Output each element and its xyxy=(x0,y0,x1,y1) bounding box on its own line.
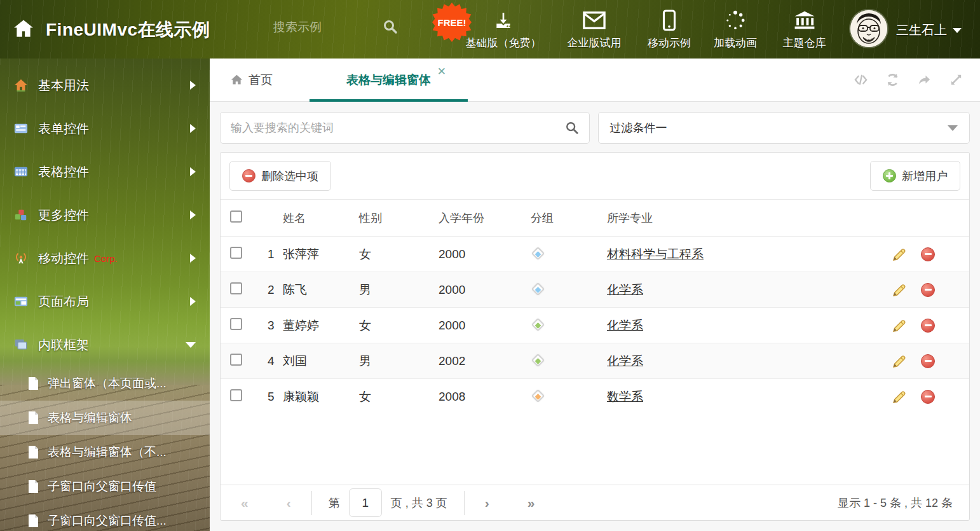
filter-dropdown[interactable]: 过滤条件一 xyxy=(598,112,970,144)
users-table: 姓名 性别 入学年份 分组 所学专业 1 张萍萍 女 2000 xyxy=(221,199,969,414)
group-tag-icon[interactable] xyxy=(531,389,545,402)
chevron-down-icon xyxy=(948,125,958,131)
sidebar-item-grid-controls[interactable]: 表格控件 xyxy=(0,150,210,193)
search-icon[interactable] xyxy=(565,121,579,135)
edit-pencil-icon[interactable] xyxy=(892,247,907,262)
chevron-right-icon xyxy=(190,254,196,263)
sidebar-subitem-child-to-parent[interactable]: 子窗口向父窗口传值 xyxy=(0,469,210,504)
add-user-button[interactable]: 新增用户 xyxy=(870,161,960,191)
tab-home[interactable]: 首页 xyxy=(230,72,273,88)
group-tag-icon[interactable] xyxy=(531,282,545,295)
page-icon xyxy=(28,446,39,459)
nav-basic-edition[interactable]: FREE! 基础版（免费） xyxy=(459,8,548,50)
expand-icon[interactable] xyxy=(949,72,963,87)
page-suffix: 页 , 共 3 页 xyxy=(391,495,447,511)
sidebar-item-page-layout[interactable]: 页面布局 xyxy=(0,280,210,323)
home-logo-icon[interactable] xyxy=(13,18,34,39)
sidebar-subitem-child-to-parent-2[interactable]: 子窗口向父窗口传值... xyxy=(0,504,210,531)
sidebar-item-basic-usage[interactable]: 基本用法 xyxy=(0,64,210,107)
edit-pencil-icon[interactable] xyxy=(892,354,907,369)
table-row: 4 刘国 男 2002 化学系 xyxy=(221,343,969,379)
delete-selected-button[interactable]: 删除选中项 xyxy=(229,161,331,191)
delete-row-icon[interactable] xyxy=(921,319,935,333)
page-icon xyxy=(28,514,39,527)
source-code-icon[interactable] xyxy=(854,72,868,87)
row-checkbox[interactable] xyxy=(230,354,242,366)
record-summary: 显示 1 - 5 条 , 共 12 条 xyxy=(838,495,953,511)
spinner-icon xyxy=(725,10,746,31)
chevron-down-icon xyxy=(953,28,962,33)
major-link[interactable]: 数学系 xyxy=(607,390,643,403)
table-row: 2 陈飞 男 2000 化学系 xyxy=(221,272,969,308)
sidebar-subitem-grid-edit-window[interactable]: 表格与编辑窗体 xyxy=(0,401,210,435)
tab-grid-edit-window[interactable]: 表格与编辑窗体 ✕ xyxy=(310,59,468,102)
form-icon xyxy=(14,121,28,135)
edit-pencil-icon[interactable] xyxy=(892,318,907,333)
delete-row-icon[interactable] xyxy=(921,283,935,297)
sidebar-item-form-controls[interactable]: 表单控件 xyxy=(0,107,210,150)
nav-loading-animation[interactable]: 加载动画 xyxy=(707,8,764,50)
major-link[interactable]: 化学系 xyxy=(607,354,643,368)
row-checkbox[interactable] xyxy=(230,247,242,259)
delete-row-icon[interactable] xyxy=(921,354,935,368)
chevron-right-icon xyxy=(190,297,196,306)
close-icon[interactable]: ✕ xyxy=(437,66,446,77)
phone-icon xyxy=(662,10,676,31)
free-badge: FREE! xyxy=(432,3,472,42)
user-name: 三生石上 xyxy=(896,22,947,39)
sidebar-item-mobile-controls[interactable]: 移动控件 Corp. xyxy=(0,237,210,280)
group-tag-icon[interactable] xyxy=(531,353,545,366)
last-page-button[interactable]: » xyxy=(524,495,539,511)
refresh-icon[interactable] xyxy=(885,72,900,87)
group-tag-icon[interactable] xyxy=(531,246,545,259)
major-link[interactable]: 材料科学与工程系 xyxy=(607,247,704,261)
header-search-input[interactable] xyxy=(273,20,369,34)
page-number-input[interactable] xyxy=(349,488,382,517)
pagination-bar: « ‹ 第 页 , 共 3 页 › » 显示 1 - 5 条 , 共 12 条 xyxy=(221,485,969,520)
group-tag-icon[interactable] xyxy=(531,317,545,331)
delete-row-icon[interactable] xyxy=(921,390,935,404)
nav-enterprise-trial[interactable]: 企业版试用 xyxy=(559,8,629,50)
grid-empty-space xyxy=(221,414,969,485)
table-row: 1 张萍萍 女 2000 材料科学与工程系 xyxy=(221,237,969,272)
major-link[interactable]: 化学系 xyxy=(607,319,643,332)
sidebar-item-more-controls[interactable]: 更多控件 xyxy=(0,193,210,237)
edit-pencil-icon[interactable] xyxy=(892,389,907,404)
first-page-button[interactable]: « xyxy=(237,495,252,511)
table-row: 5 康颖颖 女 2008 数学系 xyxy=(221,379,969,415)
chevron-right-icon xyxy=(190,210,196,219)
page-icon xyxy=(28,377,39,390)
row-checkbox[interactable] xyxy=(230,389,242,401)
user-avatar[interactable] xyxy=(850,10,887,47)
major-link[interactable]: 化学系 xyxy=(607,283,643,296)
row-checkbox[interactable] xyxy=(230,318,242,330)
share-icon[interactable] xyxy=(917,72,932,87)
bank-icon xyxy=(793,10,816,31)
sidebar-subitem-grid-edit-window-2[interactable]: 表格与编辑窗体（不... xyxy=(0,435,210,469)
page-content: 过滤条件一 删除选中项 新增用户 xyxy=(210,102,980,531)
column-header-group: 分组 xyxy=(531,200,607,237)
divider xyxy=(311,491,312,515)
column-header-gender: 性别 xyxy=(359,200,439,237)
minus-circle-icon xyxy=(242,169,255,183)
user-menu[interactable]: 三生石上 xyxy=(896,22,962,39)
nav-theme-repo[interactable]: 主题仓库 xyxy=(774,8,834,50)
row-checkbox[interactable] xyxy=(230,282,242,294)
next-page-button[interactable]: › xyxy=(481,495,493,511)
nav-mobile-demo[interactable]: 移动示例 xyxy=(641,8,698,50)
edit-pencil-icon[interactable] xyxy=(892,282,907,298)
divider xyxy=(464,491,465,515)
delete-row-icon[interactable] xyxy=(921,247,935,261)
prev-page-button[interactable]: ‹ xyxy=(283,495,295,511)
layout-icon xyxy=(14,294,28,308)
page-icon xyxy=(28,480,39,493)
header-search-icon[interactable] xyxy=(383,19,398,34)
main-area: 首页 表格与编辑窗体 ✕ 过滤条件一 xyxy=(210,59,980,531)
table-row: 3 董婷婷 女 2000 化学系 xyxy=(221,308,969,343)
keyword-search-input[interactable] xyxy=(231,121,565,135)
column-header-name: 姓名 xyxy=(283,200,359,237)
select-all-checkbox[interactable] xyxy=(230,210,242,223)
filter-value: 过滤条件一 xyxy=(610,120,948,135)
sidebar-subitem-popup-window[interactable]: 弹出窗体（本页面或... xyxy=(0,366,210,401)
sidebar-item-iframe[interactable]: 内联框架 xyxy=(0,323,210,366)
